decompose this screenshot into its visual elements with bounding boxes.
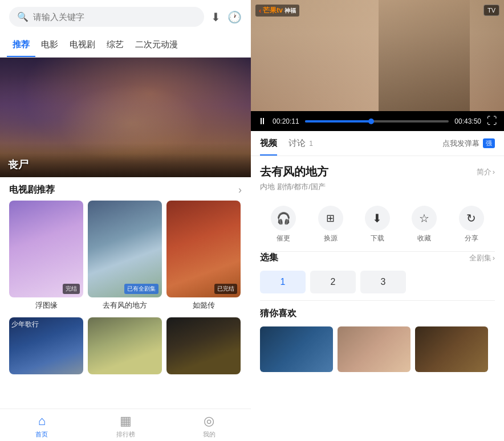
tab-dianshiju[interactable]: 电视剧 xyxy=(64,34,101,57)
nav-home[interactable]: ⌂ 首页 xyxy=(0,414,84,439)
huanyuan-icon: ⊞ xyxy=(318,206,343,231)
episode-all-btn[interactable]: 全剧集 › xyxy=(469,253,495,263)
episode-title: 选集 xyxy=(260,252,278,264)
card-label-runichuan: 如懿传 xyxy=(166,300,241,311)
badge-fuyuanyuan: 完结 xyxy=(63,284,80,294)
video-frame[interactable]: ‹ 芒果tv 神福 TV xyxy=(251,0,504,111)
hero-overlay xyxy=(0,143,251,177)
recommend-list xyxy=(260,326,495,372)
card-img-fuyuanyuan: 完结 xyxy=(9,201,83,297)
search-icon: 🔍 xyxy=(17,11,29,22)
detail-tabs: 视频 讨论 1 点我发弹幕 强 xyxy=(251,131,504,156)
drama-cards-second: 少年歌行 xyxy=(0,311,251,374)
badge-runichuan: 已完结 xyxy=(214,284,237,294)
huanyuan-btn[interactable]: ⊞ 换源 xyxy=(314,206,348,243)
progress-bar[interactable] xyxy=(305,120,449,122)
rank-label: 排行榜 xyxy=(116,430,135,439)
logo-mangguotv: 芒果tv xyxy=(263,6,283,15)
drama-cards: 完结 浮图缘 已有全剧集 去有风的地方 已完结 如懿传 xyxy=(0,201,251,311)
episode-btn-3[interactable]: 3 xyxy=(360,271,406,293)
huanyuan-label: 换源 xyxy=(324,234,338,243)
nav-tabs: 推荐 电影 电视剧 综艺 二次元动漫 xyxy=(0,34,251,58)
xiazai-icon: ⬇ xyxy=(365,206,390,231)
card-shaoniange-label: 少年歌行 xyxy=(9,317,83,332)
episode-section: 选集 全剧集 › 1 2 3 xyxy=(251,252,504,300)
card-mid2[interactable] xyxy=(88,317,162,374)
recommend-section: 猜你喜欢 xyxy=(251,301,504,372)
current-time: 00:20:11 xyxy=(273,117,299,125)
danmu-icon: 强 xyxy=(483,138,495,148)
search-input-wrapper[interactable]: 🔍 xyxy=(9,7,204,27)
tv-section-arrow[interactable]: › xyxy=(238,184,242,196)
progress-dot xyxy=(368,119,374,124)
card-img-dark3 xyxy=(166,317,241,374)
home-icon: ⌂ xyxy=(38,414,46,428)
download-icon[interactable]: ⬇ xyxy=(211,10,221,24)
shoucang-label: 收藏 xyxy=(417,234,431,243)
play-pause-btn[interactable]: ⏸ xyxy=(258,116,267,126)
fullscreen-btn[interactable]: ⛶ xyxy=(487,115,497,127)
card-runichuan[interactable]: 已完结 如懿传 xyxy=(166,201,241,311)
history-icon[interactable]: 🕐 xyxy=(227,10,242,24)
card-shaoniange[interactable]: 少年歌行 xyxy=(9,317,83,374)
intro-link[interactable]: 简介 › xyxy=(477,167,495,177)
fenxiang-btn[interactable]: ↻ 分享 xyxy=(454,206,489,243)
intro-arrow: › xyxy=(493,168,495,176)
drama-title-row: 去有风的地方 简介 › xyxy=(260,164,495,179)
mine-label: 我的 xyxy=(203,430,216,439)
card-img-shaoniange: 少年歌行 xyxy=(9,317,83,374)
cuigeng-icon: 🎧 xyxy=(271,206,296,231)
hero-banner[interactable]: 丧尸 xyxy=(0,58,251,177)
nav-rank[interactable]: ▦ 排行榜 xyxy=(84,414,168,439)
card-dark3[interactable] xyxy=(166,317,241,374)
card-label-fuyuanyuan: 浮图缘 xyxy=(9,300,83,311)
video-logo: ‹ 芒果tv 神福 xyxy=(255,5,299,17)
tab-video[interactable]: 视频 xyxy=(260,131,277,156)
recommend-title: 猜你喜欢 xyxy=(260,301,495,320)
card-quyoufeng[interactable]: 已有全剧集 去有风的地方 xyxy=(88,201,162,311)
action-buttons: 🎧 催更 ⊞ 换源 ⬇ 下载 ☆ 收藏 ↻ 分享 xyxy=(251,198,504,251)
danmu-button[interactable]: 点我发弹幕 强 xyxy=(442,138,495,149)
drama-main-title: 去有风的地方 xyxy=(260,164,328,179)
rec-card-3[interactable] xyxy=(415,326,488,372)
fenxiang-icon: ↻ xyxy=(459,206,484,231)
tv-section-title: 电视剧推荐 xyxy=(9,184,55,196)
tab-discuss[interactable]: 讨论 1 xyxy=(288,131,313,156)
nav-mine[interactable]: ◎ 我的 xyxy=(167,414,251,439)
cuigeng-label: 催更 xyxy=(277,234,290,243)
cuigeng-btn[interactable]: 🎧 催更 xyxy=(266,206,300,243)
tab-tuijian[interactable]: 推荐 xyxy=(7,34,35,57)
rec-card-1[interactable] xyxy=(260,326,333,372)
card-fuyuanyuan[interactable]: 完结 浮图缘 xyxy=(9,201,83,311)
search-input[interactable] xyxy=(33,12,196,22)
episode-btn-2[interactable]: 2 xyxy=(310,271,356,293)
discuss-badge: 1 xyxy=(309,140,313,148)
logo-shengfu: 神福 xyxy=(284,7,296,15)
rank-icon: ▦ xyxy=(120,414,132,428)
right-panel: ‹ 芒果tv 神福 TV ⏸ 00:20:11 00:43:50 ⛶ 视频 讨论… xyxy=(251,0,504,441)
tab-erci[interactable]: 二次元动漫 xyxy=(129,34,184,57)
home-label: 首页 xyxy=(35,430,48,439)
badge-quyoufeng: 已有全剧集 xyxy=(124,284,158,294)
shoucang-icon: ☆ xyxy=(412,206,437,231)
shoucang-btn[interactable]: ☆ 收藏 xyxy=(407,206,441,243)
mine-icon: ◎ xyxy=(204,414,214,428)
xiazai-btn[interactable]: ⬇ 下载 xyxy=(360,206,395,243)
video-controls: ⏸ 00:20:11 00:43:50 ⛶ xyxy=(251,111,504,131)
card-img-quyoufeng: 已有全剧集 xyxy=(88,201,162,297)
rec-card-2[interactable] xyxy=(338,326,410,372)
tab-zongyi[interactable]: 综艺 xyxy=(101,34,129,57)
card-img-mid2 xyxy=(88,317,162,374)
video-player: ‹ 芒果tv 神福 TV ⏸ 00:20:11 00:43:50 ⛶ xyxy=(251,0,504,131)
left-panel: 🔍 ⬇ 🕐 推荐 电影 电视剧 综艺 二次元动漫 丧尸 电视剧推荐 › xyxy=(0,0,251,441)
card-img-runichuan: 已完结 xyxy=(166,201,241,297)
card-label-quyoufeng: 去有风的地方 xyxy=(88,300,162,311)
hero-title: 丧尸 xyxy=(8,158,29,172)
total-time: 00:43:50 xyxy=(454,117,481,125)
episode-btn-1[interactable]: 1 xyxy=(260,271,306,293)
info-section: 去有风的地方 简介 › 内地 剧情/都市/国产 xyxy=(251,156,504,198)
search-bar: 🔍 ⬇ 🕐 xyxy=(0,0,251,34)
actress-figure xyxy=(379,0,470,111)
tab-dianying[interactable]: 电影 xyxy=(35,34,64,57)
tv-section-header: 电视剧推荐 › xyxy=(0,177,251,201)
